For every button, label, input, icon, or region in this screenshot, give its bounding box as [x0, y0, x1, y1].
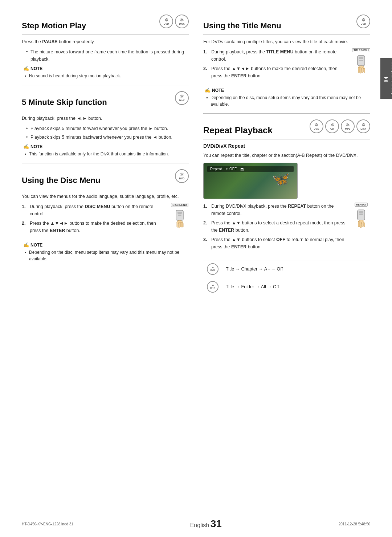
svg-rect-5	[179, 222, 180, 228]
dvd-icon-repeat: ✲ DVD	[310, 119, 323, 133]
mp3-icon-repeat: ✲ MP3	[341, 119, 355, 133]
note-label: NOTE	[23, 66, 189, 71]
step-motion-note: NOTE No sound is heard during step motio…	[22, 66, 189, 79]
dvd-rec-icon: ✲ DVD	[207, 263, 219, 275]
repeat-playback-title: Repeat Playback	[203, 125, 273, 138]
dvd-divx-repeat-intro: You can repeat the title, chapter or the…	[203, 152, 370, 159]
repeat-steps: 1. During DVD/DivX playback, press the R…	[203, 203, 348, 253]
footer-timestamp: 2011-12-28 5:48:50	[339, 522, 370, 526]
remote-button-label: DISC MENU	[171, 203, 188, 207]
repeat-remote: REPEAT	[352, 203, 370, 232]
table-text-cell: Title → Chapter → A - → Off	[222, 260, 370, 278]
repeat-label: Repeat	[210, 167, 222, 171]
svg-rect-2	[178, 215, 181, 216]
title-menu-steps: 1. During playback, press the TITLE MENU…	[203, 48, 348, 82]
note-label: NOTE	[23, 144, 189, 149]
list-item: 1. During playback, press the DISC MENU …	[22, 203, 167, 217]
title-menu-steps-area: 1. During playback, press the TITLE MENU…	[203, 48, 370, 85]
note-text: Depending on the disc, menu setup items …	[23, 249, 189, 262]
list-item: 3. Press the ▲▼ buttons to select OFF to…	[203, 236, 348, 251]
footer-filename: HT-D450-XY-ENG-1228.indd 31	[22, 522, 73, 526]
page-number: 31	[211, 518, 222, 529]
remote-button-label: TITLE MENU	[352, 48, 370, 52]
note-text: No sound is heard during step motion pla…	[23, 73, 189, 79]
repeat-playback-icons: ✲ DVD ✲ CD ✲ MP3 ✲ DivX	[310, 119, 370, 133]
repeat-off-label: ✦ OFF	[225, 167, 237, 171]
repeat-modes-table: ✲ DVD Title → Chapter → A - → Off ✲ DivX	[203, 260, 370, 296]
minute-skip-intro: During playback, press the ◄,► button.	[22, 115, 189, 122]
svg-rect-18	[359, 214, 363, 215]
step-motion-title: Step Motion Play	[22, 21, 86, 33]
table-row: ✲ DivX Title → Folder → All → Off	[203, 278, 370, 296]
minute-skip-title: 5 Minute Skip function	[22, 98, 107, 109]
title-menu-intro: For DVDs containing multiple titles, you…	[203, 38, 370, 45]
dvd-divx-repeat-title: DVD/DivX Repeat	[203, 143, 370, 149]
svg-rect-15	[364, 68, 365, 73]
bullet-item: Playback skips 5 minutes backward whenev…	[26, 134, 189, 141]
repeat-playback-section: Repeat Playback ✲ DVD ✲ CD ✲ MP3	[203, 119, 370, 296]
minute-skip-note: NOTE This function is available only for…	[22, 144, 189, 157]
step-motion-section: Step Motion Play ✲ DVD ✲ DivX Press the …	[22, 15, 189, 79]
page-number-area: English 31	[190, 518, 222, 530]
list-item: 2. Press the ▲▼◄► buttons to make the de…	[22, 220, 167, 234]
page-footer: HT-D450-XY-ENG-1228.indd 31 English 31 2…	[0, 515, 392, 530]
divx-icon-skip: ✲ DivX	[175, 91, 189, 105]
svg-rect-21	[360, 222, 362, 228]
main-columns: Step Motion Play ✲ DVD ✲ DivX Press the …	[22, 15, 370, 501]
divx-icon-repeat: ✲ DivX	[356, 119, 370, 133]
disc-menu-intro: You can view the menus for the audio lan…	[22, 193, 189, 200]
minute-skip-section: 5 Minute Skip function ✲ DivX During pla…	[22, 91, 189, 157]
title-menu-section: Using the Title Menu ✲ DVD For DVDs cont…	[203, 15, 370, 107]
minute-skip-bullets: Playback skips 5 minutes forward wheneve…	[22, 125, 189, 141]
list-item: 1. During DVD/DivX playback, press the R…	[203, 203, 348, 217]
step-motion-intro: Press the PAUSE button repeatedly.	[22, 38, 189, 45]
svg-rect-10	[359, 60, 363, 61]
svg-rect-1	[177, 212, 182, 214]
remote-button-label: REPEAT	[355, 203, 368, 207]
note-label: NOTE	[205, 88, 370, 93]
svg-rect-14	[362, 68, 363, 73]
disc-menu-icons: ✲ DVD	[175, 169, 189, 183]
disc-menu-note: NOTE Depending on the disc, menu setup i…	[22, 242, 189, 262]
title-menu-note: NOTE Depending on the disc, menu setup i…	[203, 88, 370, 107]
table-icon-cell: ✲ DivX	[203, 278, 222, 296]
butterfly-decoration: 🦋	[272, 170, 290, 187]
svg-rect-12	[358, 67, 360, 73]
bullet-item: The picture moves forward one frame each…	[26, 48, 189, 63]
list-item: 1. During playback, press the TITLE MENU…	[203, 48, 348, 63]
step-motion-bullets: The picture moves forward one frame each…	[22, 48, 189, 63]
step-motion-icons: ✲ DVD ✲ DivX	[159, 15, 189, 28]
disc-menu-remote: DISC MENU	[171, 203, 189, 232]
svg-rect-4	[177, 222, 178, 227]
dvd-icon-title: ✲ DVD	[356, 15, 370, 28]
note-text: This function is available only for the …	[23, 151, 189, 157]
repeat-steps-area: 1. During DVD/DivX playback, press the R…	[203, 203, 370, 256]
repeat-screen-icon: ⬒	[240, 167, 244, 171]
page-language: English	[190, 522, 209, 528]
list-item: 2. Press the ▲▼ buttons to select a desi…	[203, 219, 348, 234]
table-row: ✲ DVD Title → Chapter → A - → Off	[203, 260, 370, 278]
right-column: Using the Title Menu ✲ DVD For DVDs cont…	[203, 15, 370, 501]
dvd-icon-step: ✲ DVD	[159, 15, 173, 28]
table-icon-cell: ✲ DVD	[203, 260, 222, 278]
note-text: Depending on the disc, menu setup items …	[205, 94, 370, 107]
list-item: 2. Press the ▲▼◄► buttons to make the de…	[203, 65, 348, 80]
disc-menu-section: Using the Disc Menu ✲ DVD You can view t…	[22, 169, 189, 262]
bullet-item: Playback skips 5 minutes forward wheneve…	[26, 125, 189, 132]
disc-menu-steps-area: 1. During playback, press the DISC MENU …	[22, 203, 189, 239]
svg-rect-23	[364, 223, 365, 227]
page-container: Step Motion Play ✲ DVD ✲ DivX Press the …	[0, 0, 392, 537]
title-menu-remote: TITLE MENU	[352, 48, 370, 77]
remote-hand-icon	[352, 54, 370, 77]
title-menu-title: Using the Title Menu	[203, 21, 281, 33]
divx-icon-step: ✲ DivX	[175, 15, 189, 28]
divx-table-icon: ✲ DivX	[207, 281, 219, 293]
remote-hand-icon	[352, 208, 370, 232]
disc-menu-title: Using the Disc Menu	[22, 176, 100, 187]
svg-rect-13	[360, 68, 362, 73]
table-text-cell: Title → Folder → All → Off	[222, 278, 370, 296]
left-column: Step Motion Play ✲ DVD ✲ DivX Press the …	[22, 15, 189, 501]
minute-skip-icons: ✲ DivX	[175, 91, 189, 105]
repeat-screen-thumbnail: Repeat ✦ OFF ⬒ 🦋	[203, 163, 298, 199]
svg-rect-17	[359, 211, 363, 213]
